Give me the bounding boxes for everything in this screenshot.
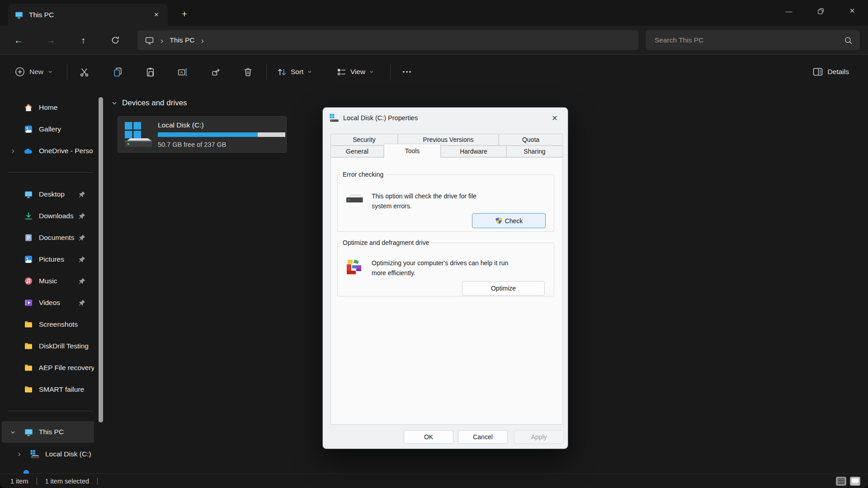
view-button-label: View bbox=[350, 68, 365, 76]
details-pane-button[interactable]: Details bbox=[808, 61, 854, 83]
sidebar-item-onedrive[interactable]: OneDrive - Perso bbox=[2, 140, 94, 162]
thumbnail-view-icon[interactable] bbox=[849, 476, 861, 486]
breadcrumb: › This PC › bbox=[137, 30, 638, 50]
tab-title: This PC bbox=[29, 11, 151, 19]
delete-button[interactable] bbox=[237, 61, 259, 83]
view-button[interactable]: View bbox=[332, 61, 379, 83]
section-header-devices-and-drives[interactable]: Devices and drives bbox=[111, 99, 187, 108]
drive-tile-local-disk-c[interactable]: Local Disk (C:) 50.7 GB free of 237 GB bbox=[118, 116, 287, 153]
minimize-button[interactable]: — bbox=[773, 0, 805, 22]
sidebar-item-gallery[interactable]: Gallery bbox=[2, 118, 94, 140]
monitor-icon bbox=[14, 10, 24, 19]
restore-button[interactable] bbox=[805, 0, 836, 22]
sidebar-item-home[interactable]: Home bbox=[2, 97, 94, 118]
tab-sharing[interactable]: Sharing bbox=[506, 145, 563, 157]
dialog-titlebar[interactable]: Local Disk (C:) Properties ✕ bbox=[323, 108, 568, 128]
sidebar-item-aep-file-recovery[interactable]: AEP File recovery bbox=[2, 357, 94, 379]
optimize-text: Optimizing your computer's drives can he… bbox=[372, 258, 508, 278]
pin-icon bbox=[78, 256, 86, 263]
optimize-group: Optimize and defragment drive Optimizing… bbox=[337, 239, 554, 296]
tab-tools[interactable]: Tools bbox=[384, 144, 441, 158]
details-view-icon[interactable] bbox=[835, 476, 847, 486]
check-button-label: Check bbox=[505, 217, 523, 225]
more-options-button[interactable] bbox=[396, 61, 418, 83]
copy-button[interactable] bbox=[107, 61, 128, 83]
ok-button[interactable]: OK bbox=[404, 430, 453, 444]
check-button[interactable]: Check bbox=[472, 213, 546, 228]
new-button[interactable]: New bbox=[10, 61, 57, 83]
chevron-down-icon[interactable] bbox=[111, 100, 118, 106]
disk-usage-bar bbox=[158, 132, 285, 137]
sidebar-item-documents[interactable]: Documents bbox=[2, 227, 94, 249]
pictures-icon bbox=[24, 255, 33, 264]
toolbar-divider bbox=[390, 64, 391, 80]
search-input[interactable] bbox=[646, 36, 844, 44]
error-checking-legend: Error checking bbox=[340, 171, 386, 178]
breadcrumb-item-this-pc[interactable]: This PC bbox=[170, 36, 194, 44]
sidebar-item-videos[interactable]: Videos bbox=[2, 292, 94, 314]
dialog-title: Local Disk (C:) Properties bbox=[343, 114, 418, 122]
ellipsis-icon bbox=[401, 66, 412, 77]
network-icon-partial bbox=[24, 470, 29, 474]
sidebar-scrollbar-thumb[interactable] bbox=[99, 97, 103, 422]
search-icon[interactable] bbox=[844, 36, 853, 45]
folder-icon bbox=[24, 385, 33, 394]
tab-general[interactable]: General bbox=[330, 145, 384, 157]
sidebar-item-music[interactable]: Music bbox=[2, 270, 94, 292]
apply-button[interactable]: Apply bbox=[514, 430, 564, 444]
item-count: 1 item bbox=[10, 478, 28, 485]
documents-icon bbox=[24, 233, 33, 242]
cancel-button[interactable]: Cancel bbox=[458, 430, 508, 444]
breadcrumb-chevron-icon[interactable]: › bbox=[201, 36, 203, 45]
file-explorer-window: This PC ✕ + — ✕ ← → ↑ › This PC › bbox=[0, 0, 868, 488]
details-pane-label: Details bbox=[828, 68, 849, 76]
sidebar-divider bbox=[8, 172, 93, 173]
optimize-button-label: Optimize bbox=[491, 285, 516, 292]
dialog-close-icon[interactable]: ✕ bbox=[547, 111, 562, 125]
tab-this-pc[interactable]: This PC ✕ bbox=[8, 4, 168, 26]
chevron-right-icon[interactable] bbox=[8, 148, 17, 154]
sidebar-item-desktop[interactable]: Desktop bbox=[2, 183, 94, 205]
sort-button[interactable]: Sort bbox=[272, 61, 317, 83]
refresh-button[interactable] bbox=[106, 31, 124, 49]
pin-icon bbox=[78, 299, 86, 307]
back-button[interactable]: ← bbox=[9, 31, 28, 49]
breadcrumb-chevron-icon[interactable]: › bbox=[160, 36, 163, 45]
sidebar-divider bbox=[8, 411, 93, 411]
pin-icon bbox=[78, 277, 86, 285]
chevron-right-icon[interactable] bbox=[14, 451, 24, 457]
sidebar-item-pictures[interactable]: Pictures bbox=[2, 249, 94, 270]
sidebar-item-this-pc[interactable]: This PC bbox=[2, 421, 94, 443]
chevron-down-icon[interactable] bbox=[8, 429, 17, 435]
tools-tab-page: Error checking This option will check th… bbox=[330, 157, 563, 425]
paste-button[interactable] bbox=[139, 61, 161, 83]
cut-button[interactable] bbox=[73, 61, 95, 83]
local-disk-icon bbox=[30, 450, 40, 459]
sidebar-item-smart-failure[interactable]: SMART failure bbox=[2, 379, 94, 400]
music-icon bbox=[24, 277, 33, 286]
drive-info: Local Disk (C:) 50.7 GB free of 237 GB bbox=[158, 121, 285, 148]
sidebar-item-diskdrill-testing[interactable]: DiskDrill Testing bbox=[2, 335, 94, 357]
folder-icon bbox=[24, 320, 33, 329]
rename-button[interactable]: A bbox=[171, 61, 193, 83]
tab-quota[interactable]: Quota bbox=[499, 134, 563, 145]
disk-usage-fill bbox=[158, 132, 258, 137]
details-pane-icon bbox=[812, 66, 823, 77]
tab-close-icon[interactable]: ✕ bbox=[151, 9, 162, 21]
forward-button[interactable]: → bbox=[42, 31, 60, 49]
toolbar-divider bbox=[67, 64, 67, 80]
new-tab-button[interactable]: + bbox=[177, 7, 192, 21]
up-button[interactable]: ↑ bbox=[74, 31, 92, 49]
optimize-legend: Optimize and defragment drive bbox=[340, 239, 431, 246]
chevron-down-icon bbox=[47, 69, 53, 75]
sidebar-item-local-disk-c[interactable]: Local Disk (C:) bbox=[2, 443, 94, 465]
breadcrumb-monitor-icon[interactable] bbox=[145, 36, 154, 45]
desktop-icon bbox=[24, 190, 33, 199]
share-button[interactable] bbox=[205, 61, 226, 83]
tab-hardware[interactable]: Hardware bbox=[441, 145, 506, 157]
close-window-button[interactable]: ✕ bbox=[836, 0, 868, 22]
optimize-button[interactable]: Optimize bbox=[462, 281, 545, 296]
sidebar-item-downloads[interactable]: Downloads bbox=[2, 205, 94, 227]
sidebar-item-screenshots[interactable]: Screenshots bbox=[2, 314, 94, 335]
status-bar: 1 item 1 item selected bbox=[0, 474, 868, 488]
